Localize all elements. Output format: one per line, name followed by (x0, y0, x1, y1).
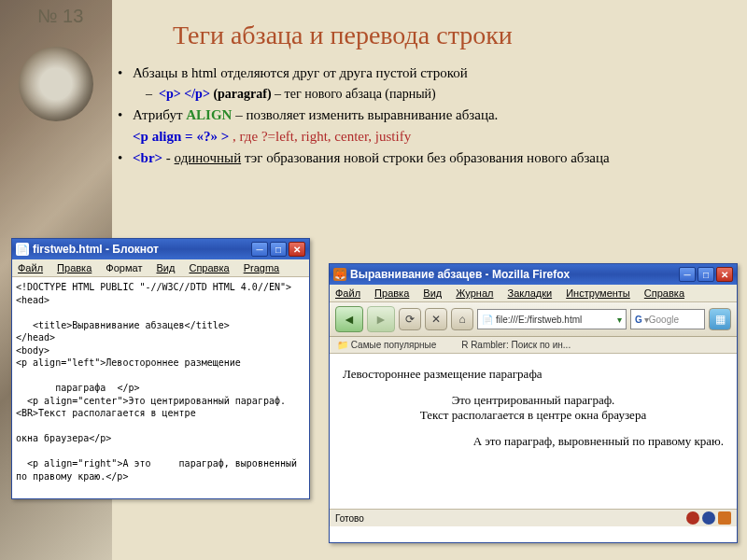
notepad-icon: 📄 (16, 243, 29, 256)
bookmark-rambler[interactable]: R Rambler: Поиск по ин... (461, 340, 582, 350)
firefox-window: 🦊 Выравнивание абзацев - Mozilla Firefox… (329, 263, 738, 543)
notepad-title: firstweb.html - Блокнот (33, 243, 159, 256)
page-icon: 📄 (482, 315, 493, 325)
search-placeholder: Google (649, 315, 679, 325)
forward-button[interactable]: ► (367, 306, 395, 332)
slide-number: № 13 (37, 6, 83, 27)
url-text: file:///E:/firstweb.html (496, 315, 582, 325)
ff-menu-help[interactable]: Справка (644, 287, 684, 299)
notepad-window: 📄 firstweb.html - Блокнот ─ □ ✕ Файл Пра… (11, 238, 310, 499)
menu-edit[interactable]: Правка (57, 262, 92, 273)
page-content: Левостороннее размещение параграфа Это ц… (330, 354, 737, 509)
status-icon-script[interactable] (702, 511, 715, 525)
paragraph-right: А это параграф, выровненный по правому к… (343, 434, 724, 449)
firefox-menubar: Файл Правка Вид Журнал Закладки Инструме… (330, 285, 737, 302)
syntax-c: , где ?=left, right, center, justify (233, 129, 411, 144)
search-engine-icon: G (635, 315, 642, 325)
menu-format[interactable]: Формат (106, 262, 142, 273)
ff-maximize-button[interactable]: □ (698, 267, 714, 282)
tag-br: <br> (133, 150, 162, 165)
sidebar-button[interactable]: ▦ (709, 308, 731, 330)
syntax-b: = «?» > (185, 129, 229, 144)
bookmarks-bar: 📁 Самые популярные R Rambler: Поиск по и… (330, 337, 737, 354)
home-button[interactable]: ⌂ (451, 308, 473, 330)
url-bar[interactable]: 📄 file:///E:/firstweb.html ▾ (477, 309, 627, 329)
search-box[interactable]: G▾ Google (630, 309, 705, 329)
notepad-textarea[interactable]: <!DOCTYPE HTML PUBLIC "-//W3C//DTD HTML … (12, 277, 309, 492)
reload-button[interactable]: ⟳ (399, 308, 421, 330)
ff-menu-history[interactable]: Журнал (456, 287, 493, 299)
paragraph-center: Это центрированный параграф. Текст распо… (343, 393, 724, 423)
back-button[interactable]: ◄ (335, 306, 363, 332)
tag-p: <p> </p> (159, 87, 213, 101)
stop-button[interactable]: ✕ (425, 308, 447, 330)
syntax-line: <p align = «?» > , где ?=left, right, ce… (112, 129, 728, 145)
syntax-a: <p align (133, 129, 181, 144)
firefox-title: Выравнивание абзацев - Mozilla Firefox (350, 268, 570, 281)
attr-align: ALIGN (186, 107, 232, 122)
bullet-1-text: Абзацы в html отделяются друг от друга п… (133, 65, 468, 80)
bullet-1: Абзацы в html отделяются друг от друга п… (112, 65, 728, 81)
bullet-4: <br> - одиночный тэг образования новой с… (112, 150, 728, 166)
bullet2-a: Атрибут (133, 107, 186, 122)
status-icon-firefox[interactable] (718, 511, 731, 525)
sub-bullet-1: <p> </p> (paragraf) – тег нового абзаца … (112, 87, 728, 102)
menu-pragma[interactable]: Pragma (244, 262, 280, 273)
firefox-titlebar[interactable]: 🦊 Выравнивание абзацев - Mozilla Firefox… (330, 264, 737, 285)
maximize-button[interactable]: □ (270, 242, 287, 257)
ff-menu-view[interactable]: Вид (423, 287, 442, 299)
close-button[interactable]: ✕ (289, 242, 305, 257)
slide-title: Теги абзаца и перевода строки (173, 21, 513, 50)
status-text: Готово (335, 513, 364, 524)
status-icon-abp[interactable] (686, 511, 699, 525)
b4-u: одиночный (175, 150, 242, 165)
firefox-icon: 🦊 (333, 268, 346, 281)
ff-menu-tools[interactable]: Инструменты (566, 287, 630, 299)
menu-help[interactable]: Справка (189, 262, 229, 273)
ff-menu-file[interactable]: Файл (335, 287, 360, 299)
menu-file[interactable]: Файл (18, 262, 43, 273)
ff-close-button[interactable]: ✕ (716, 267, 733, 282)
sub1-rest: – тег нового абзаца (парный) (275, 87, 436, 101)
dropdown-icon[interactable]: ▾ (617, 315, 622, 325)
ff-menu-edit[interactable]: Правка (374, 287, 409, 299)
slide-content: Абзацы в html отделяются друг от друга п… (112, 65, 728, 172)
paragraph-left: Левостороннее размещение параграфа (343, 367, 724, 382)
minimize-button[interactable]: ─ (251, 242, 268, 257)
paragraf-label: (paragraf) (213, 87, 271, 101)
b4-dash: - (166, 150, 171, 165)
ff-minimize-button[interactable]: ─ (679, 267, 696, 282)
bullet-2: Атрибут ALIGN – позволяет изменить вырав… (112, 107, 728, 123)
notepad-titlebar[interactable]: 📄 firstweb.html - Блокнот ─ □ ✕ (12, 239, 309, 259)
menu-view[interactable]: Вид (156, 262, 175, 273)
ff-menu-bookmarks[interactable]: Закладки (508, 287, 553, 299)
bullet2-b: – позволяет изменить выравнивание абзаца… (235, 107, 498, 122)
firefox-toolbar: ◄ ► ⟳ ✕ ⌂ 📄 file:///E:/firstweb.html ▾ G… (330, 302, 737, 337)
b4-rest: тэг образования новой строки без образов… (245, 150, 610, 165)
statusbar: Готово (330, 509, 737, 526)
bookmark-popular[interactable]: 📁 Самые популярные (337, 340, 447, 350)
notepad-menubar: Файл Правка Формат Вид Справка Pragma (12, 259, 309, 277)
